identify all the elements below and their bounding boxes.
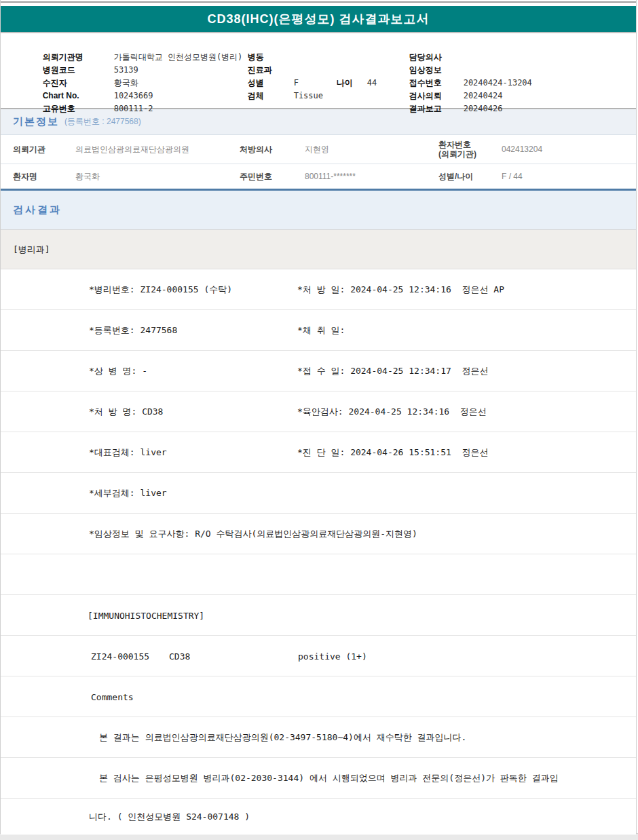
patient-no-label-line1: 환자번호: [438, 140, 471, 149]
detail-right: *채 취 일:: [297, 324, 345, 337]
ihc-test-name: CD38: [169, 651, 190, 661]
results-title: 검사결과: [13, 204, 62, 216]
detail-left: *세부검체: liver: [89, 487, 167, 499]
detail-left: *대표검체: liver: [89, 446, 167, 459]
comments-label-row: Comments: [1, 676, 636, 717]
sex-age-label: 성별/나이: [438, 172, 473, 181]
report-title-bar: CD38(IHC)(은평성모) 검사결과보고서: [1, 6, 636, 33]
patient-name-label: 환자명: [13, 172, 37, 181]
field-ward: 병동: [229, 38, 377, 51]
patient-header-middle-column: 병동 진료과 성별F나이44 검체Tissue: [229, 38, 377, 90]
detail-row-main-specimen: *대표검체: liver *진 단 일: 2024-04-26 15:51:51…: [1, 432, 636, 473]
detail-right: *접 수 일: 2024-04-25 12:34:17 정은선: [297, 365, 489, 377]
department-row: [병리과]: [1, 230, 636, 269]
resident-id-label: 주민번호: [240, 172, 272, 181]
field-value: 20240424: [464, 91, 503, 100]
prescribing-doctor-label: 처방의사: [240, 145, 272, 154]
detail-right: *진 단 일: 2024-04-26 15:51:51 정은선: [297, 446, 489, 459]
field-value: 황국화: [114, 78, 138, 88]
detail-row-registration-no: *등록번호: 2477568 *채 취 일:: [1, 310, 636, 351]
comments-label: Comments: [91, 691, 134, 702]
basic-info-row-1: 의뢰기관 의료법인삼광의료재단삼광의원 처방의사 지현영 환자번호(의뢰기관) …: [1, 135, 636, 164]
field-value: 10243669: [114, 91, 153, 100]
ihc-result-value: positive (1+): [298, 651, 367, 661]
field-value: F: [294, 77, 324, 90]
field-value: 800111-2: [114, 104, 153, 113]
field-label: 병동: [248, 51, 294, 64]
field-label: 병원코드: [43, 64, 114, 77]
field-value: Tissue: [294, 91, 323, 100]
detail-right: *육안검사: 2024-04-25 12:34:16 정은선: [297, 406, 487, 418]
sex-age-value: F / 44: [502, 172, 523, 181]
report-title: CD38(IHC)(은평성모) 검사결과보고서: [208, 12, 430, 26]
field-requesting-org: 의뢰기관명가톨릭대학교 인천성모병원(병리): [24, 38, 242, 51]
detail-left: *상 병 명: -: [89, 365, 147, 377]
detail-left: *병리번호: ZI24-000155 (수탁): [89, 284, 232, 296]
patient-header-left-column: 의뢰기관명가톨릭대학교 인천성모병원(병리) 병원코드53139 수진자황국화 …: [24, 38, 242, 102]
field-label: 담당의사: [409, 51, 464, 64]
department-name: [병리과]: [13, 244, 50, 256]
detail-right: *처 방 일: 2024-04-25 12:34:16 정은선 AP: [297, 284, 504, 296]
field-label: 나이: [337, 77, 367, 90]
patient-name-value: 황국화: [75, 171, 100, 183]
patient-no-label-line2: (의뢰기관): [438, 149, 476, 159]
comment-line-row: 본 결과는 의료법인삼광의료재단삼광의원(02-3497-5180~4)에서 재…: [1, 717, 636, 758]
comment-line: 본 결과는 의료법인삼광의료재단삼광의원(02-3497-5180~4)에서 재…: [99, 731, 466, 744]
field-value: 20240426: [464, 104, 503, 113]
detail-row-order-name: *처 방 명: CD38 *육안검사: 2024-04-25 12:34:16 …: [1, 392, 636, 432]
field-label: Chart No.: [43, 90, 114, 102]
field-label: 결과보고: [409, 102, 464, 115]
detail-row-pathology-no: *병리번호: ZI24-000155 (수탁) *처 방 일: 2024-04-…: [1, 269, 636, 310]
field-value: 20240424-13204: [464, 78, 532, 88]
field-label: 수진자: [43, 77, 114, 90]
comment-line-row: 본 검사는 은평성모병원 병리과(02-2030-3144) 에서 시행되었으며…: [1, 758, 636, 799]
resident-id-value: 800111-*******: [305, 172, 356, 181]
ihc-section-title: [IMMUNOHISTOCHEMISTRY]: [88, 610, 204, 620]
field-label: 접수번호: [409, 77, 464, 90]
ihc-section-row: [IMMUNOHISTOCHEMISTRY]: [1, 595, 636, 636]
detail-left: *처 방 명: CD38: [89, 406, 163, 418]
field-label: 고유번호: [43, 102, 114, 115]
requesting-org-label: 의뢰기관: [13, 145, 45, 154]
detail-row-clinical-request: *임상정보 및 요구사항: R/O 수탁검사(의료법인삼광의료재단삼광의원-지현…: [1, 514, 636, 554]
detail-left: *등록번호: 2477568: [89, 324, 177, 337]
field-value: 가톨릭대학교 인천성모병원(병리): [114, 52, 243, 62]
field-label: 성별: [248, 77, 294, 90]
comment-line: 본 검사는 은평성모병원 병리과(02-2030-3144) 에서 시행되었으며…: [99, 772, 559, 784]
spacer-row: [1, 554, 636, 595]
field-value: 53139: [114, 65, 138, 75]
ihc-result-row: ZI24-000155 CD38 positive (1+): [1, 636, 636, 676]
prescribing-doctor-value: 지현영: [305, 144, 329, 155]
field-label: 진료과: [248, 64, 294, 77]
field-label: 의뢰기관명: [43, 51, 114, 64]
comment-line-row: 니다. ( 인천성모병원 S24-007148 ): [1, 799, 636, 835]
detail-left: *임상정보 및 요구사항: R/O 수탁검사(의료법인삼광의료재단삼광의원-지현…: [89, 528, 417, 540]
registration-number-note: (등록번호 : 2477568): [64, 116, 141, 128]
detail-row-diagnosis-name: *상 병 명: - *접 수 일: 2024-04-25 12:34:17 정은…: [1, 351, 636, 392]
comment-line: 니다. ( 인천성모병원 S24-007148 ): [89, 811, 250, 823]
patient-no-value: 042413204: [502, 145, 542, 154]
patient-header-right-column: 담당의사 임상정보 접수번호20240424-13204 검사의뢰2024042…: [391, 38, 532, 102]
patient-no-label: 환자번호(의뢰기관): [438, 140, 476, 159]
ihc-pathology-no: ZI24-000155: [91, 651, 149, 661]
field-label: 임상정보: [409, 64, 464, 77]
field-label: 검체: [248, 90, 294, 102]
basic-info-row-2: 환자명 황국화 주민번호 800111-******* 성별/나이 F / 44: [1, 164, 636, 189]
field-value: 44: [367, 78, 377, 88]
results-section-header: 검사결과: [1, 191, 636, 230]
requesting-org-value: 의료법인삼광의료재단삼광의원: [75, 144, 189, 155]
field-attending-doctor: 담당의사: [391, 38, 532, 51]
report-page: CD38(IHC)(은평성모) 검사결과보고서 의뢰기관명가톨릭대학교 인천성모…: [0, 0, 637, 833]
field-label: 검사의뢰: [409, 90, 464, 102]
patient-header-block: 의뢰기관명가톨릭대학교 인천성모병원(병리) 병원코드53139 수진자황국화 …: [1, 33, 636, 108]
detail-row-sub-specimen: *세부검체: liver: [1, 473, 636, 514]
